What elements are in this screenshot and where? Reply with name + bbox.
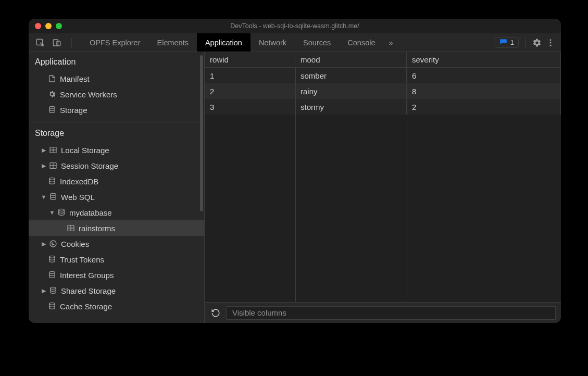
sidebar-item-label: Web SQL xyxy=(61,193,95,202)
sidebar-section-storage: Storage xyxy=(29,122,204,142)
table-header: rowidmoodseverity xyxy=(205,52,561,68)
sidebar-item-mydatabase[interactable]: ▼mydatabase xyxy=(29,205,204,220)
sidebar-item-label: rainstorms xyxy=(79,224,115,233)
tab-elements[interactable]: Elements xyxy=(149,33,197,52)
sidebar-item-indexeddb[interactable]: IndexedDB xyxy=(29,173,204,189)
db-icon xyxy=(48,192,58,202)
sidebar-item-session-storage[interactable]: ▶Session Storage xyxy=(29,158,204,173)
tab-sources[interactable]: Sources xyxy=(295,33,339,52)
svg-point-4 xyxy=(550,42,552,43)
grid-icon xyxy=(48,145,58,155)
column-header-rowid[interactable]: rowid xyxy=(205,52,295,67)
data-table: rowidmoodseverity 1somber62rainy83stormy… xyxy=(205,52,561,302)
db-icon xyxy=(57,208,66,217)
svg-point-3 xyxy=(550,39,552,41)
table-cell: 6 xyxy=(407,68,561,83)
db-icon xyxy=(47,270,57,280)
sidebar-section-application: Application xyxy=(29,52,204,71)
tabs-overflow-button[interactable]: » xyxy=(383,39,398,47)
disclosure-arrow-icon[interactable]: ▼ xyxy=(48,209,56,216)
svg-point-23 xyxy=(49,256,55,258)
column-header-mood[interactable]: mood xyxy=(295,52,407,67)
sidebar-item-label: Cache Storage xyxy=(60,302,112,311)
disclosure-arrow-icon[interactable]: ▶ xyxy=(40,162,47,169)
sidebar-item-label: Shared Storage xyxy=(61,286,116,295)
visible-columns-input[interactable] xyxy=(227,306,556,320)
db-icon xyxy=(47,255,57,264)
sidebar-item-shared-storage[interactable]: ▶Shared Storage xyxy=(29,283,204,298)
refresh-button[interactable] xyxy=(210,307,221,319)
issues-badge[interactable]: 1 xyxy=(495,37,519,48)
toolbar-tabs: OPFS ExplorerElementsApplicationNetworkS… xyxy=(81,33,383,52)
toolbar-separator xyxy=(71,37,72,48)
gear-icon xyxy=(47,90,57,99)
sidebar-item-cookies[interactable]: ▶Cookies xyxy=(29,236,204,252)
inspect-element-icon[interactable] xyxy=(35,37,45,48)
column-divider[interactable] xyxy=(407,68,407,302)
content-pane: rowidmoodseverity 1somber62rainy83stormy… xyxy=(205,52,561,323)
svg-point-15 xyxy=(59,209,65,211)
window-title: DevTools - web-sql-to-sqlite-wasm.glitch… xyxy=(29,22,561,30)
file-icon xyxy=(47,74,57,83)
sidebar-item-label: IndexedDB xyxy=(60,177,98,186)
svg-point-24 xyxy=(49,271,55,273)
sidebar-item-manifest[interactable]: Manifest xyxy=(29,71,204,86)
sidebar-item-label: Manifest xyxy=(60,74,90,83)
table-body: 1somber62rainy83stormy2 xyxy=(205,68,561,302)
settings-icon[interactable] xyxy=(532,37,542,48)
sidebar-item-web-sql[interactable]: ▼Web SQL xyxy=(29,189,204,205)
devtools-window: DevTools - web-sql-to-sqlite-wasm.glitch… xyxy=(29,19,561,323)
svg-point-19 xyxy=(50,241,56,247)
svg-point-6 xyxy=(49,106,55,108)
sidebar-item-service-workers[interactable]: Service Workers xyxy=(29,86,204,102)
device-toolbar-icon[interactable] xyxy=(52,37,62,48)
disclosure-arrow-icon[interactable]: ▶ xyxy=(40,147,47,154)
svg-point-5 xyxy=(550,44,552,46)
column-header-severity[interactable]: severity xyxy=(407,52,561,67)
toolbar-separator xyxy=(525,37,526,48)
tab-application[interactable]: Application xyxy=(197,33,251,52)
table-cell: 3 xyxy=(205,99,295,115)
svg-point-25 xyxy=(51,287,56,289)
devtools-toolbar: OPFS ExplorerElementsApplicationNetworkS… xyxy=(29,33,561,52)
kebab-menu-icon[interactable] xyxy=(545,37,556,48)
titlebar: DevTools - web-sql-to-sqlite-wasm.glitch… xyxy=(29,19,561,33)
svg-rect-2 xyxy=(57,41,60,46)
svg-point-13 xyxy=(49,178,55,180)
sidebar-item-interest-groups[interactable]: Interest Groups xyxy=(29,267,204,283)
sidebar-item-storage[interactable]: Storage xyxy=(29,102,204,118)
table-cell: 8 xyxy=(407,84,561,99)
grid-icon xyxy=(66,223,76,233)
table-cell: somber xyxy=(295,68,407,83)
table-cell: 2 xyxy=(407,99,561,115)
db-icon xyxy=(47,177,57,186)
table-row[interactable]: 1somber6 xyxy=(205,68,561,83)
sidebar-item-trust-tokens[interactable]: Trust Tokens xyxy=(29,252,204,267)
sidebar-item-rainstorms[interactable]: rainstorms xyxy=(29,220,204,236)
table-cell: stormy xyxy=(295,99,407,115)
table-row[interactable]: 3stormy2 xyxy=(205,99,561,115)
sidebar-item-label: Interest Groups xyxy=(60,271,114,280)
table-toolbar xyxy=(205,302,561,323)
tab-network[interactable]: Network xyxy=(251,33,295,52)
sidebar-item-label: Service Workers xyxy=(60,90,117,99)
tab-console[interactable]: Console xyxy=(339,33,383,52)
sidebar-item-local-storage[interactable]: ▶Local Storage xyxy=(29,142,204,158)
table-row[interactable]: 2rainy8 xyxy=(205,83,561,99)
application-sidebar: ApplicationManifestService WorkersStorag… xyxy=(29,52,205,323)
sidebar-item-cache-storage[interactable]: Cache Storage xyxy=(29,298,204,314)
scrollbar-thumb[interactable] xyxy=(200,55,203,211)
tab-opfs-explorer[interactable]: OPFS Explorer xyxy=(81,33,149,52)
cookie-icon xyxy=(48,239,58,248)
sidebar-item-label: Storage xyxy=(60,106,87,115)
disclosure-arrow-icon[interactable]: ▼ xyxy=(40,194,47,200)
svg-point-20 xyxy=(52,243,52,243)
disclosure-arrow-icon[interactable]: ▶ xyxy=(40,241,47,247)
disclosure-arrow-icon[interactable]: ▶ xyxy=(40,287,47,294)
svg-point-14 xyxy=(51,193,56,195)
issues-count: 1 xyxy=(510,39,514,46)
column-divider[interactable] xyxy=(295,68,296,302)
sidebar-item-label: mydatabase xyxy=(69,208,112,217)
db-icon xyxy=(48,286,58,295)
svg-point-21 xyxy=(54,244,54,245)
